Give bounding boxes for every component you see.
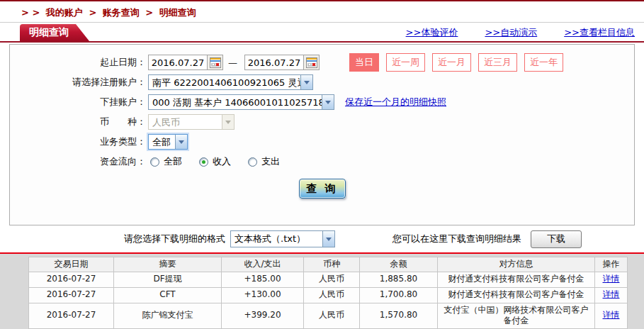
query-button[interactable]: 查 询 xyxy=(299,179,346,199)
col-header-currency: 币种 xyxy=(304,257,360,272)
cell-counterparty: 财付通支付科技有限公司客户备付金 xyxy=(438,287,595,303)
sub-account-select[interactable]: 000 活期 基本户 1406600101102571848 xyxy=(148,94,334,110)
cell-counterparty: 财付通支付科技有限公司客户备付金 xyxy=(438,272,595,287)
chevron-down-icon xyxy=(175,135,187,149)
register-account-value: 南平 6222001406100921065 灵通卡 xyxy=(149,75,300,89)
quick-range-quarter[interactable]: 近三月 xyxy=(478,53,517,72)
business-type-row: 业务类型： 全部 xyxy=(10,133,634,150)
breadcrumb: > > 我的账户 > 账务查询 > 明细查询 xyxy=(0,1,644,23)
header-links: >>体验评价 >>自动演示 >>查看栏目信息 xyxy=(406,26,635,39)
table-row: 2016-07-27 CFT +130.00 人民币 1,700.80 财付通支… xyxy=(29,287,628,303)
business-type-value: 全部 xyxy=(149,135,175,149)
cell-balance: 1,700.80 xyxy=(360,287,438,303)
radio-flow-income-label[interactable]: 收入 xyxy=(213,155,231,168)
breadcrumb-separator: > xyxy=(89,7,96,18)
cell-summary: CFT xyxy=(114,287,222,303)
col-header-amount: 收入/支出 xyxy=(222,257,304,272)
date-from-calendar-button[interactable] xyxy=(207,55,222,69)
table-row: 2016-07-27 DF提现 +185.00 人民币 1,885.80 财付通… xyxy=(29,272,628,287)
business-type-select[interactable]: 全部 xyxy=(148,134,188,150)
date-from-value: 2016.07.27 xyxy=(149,57,207,68)
date-to-calendar-button[interactable] xyxy=(303,55,319,69)
cell-date: 2016-07-27 xyxy=(29,272,114,287)
radio-flow-expense[interactable] xyxy=(248,157,257,167)
col-header-balance: 余额 xyxy=(360,257,438,272)
breadcrumb-item-account-query[interactable]: 账务查询 xyxy=(103,7,140,18)
cell-operation: 详情 xyxy=(595,287,628,303)
cell-summary: 陈广锦支付宝 xyxy=(114,303,222,328)
radio-flow-all-label[interactable]: 全部 xyxy=(164,155,182,168)
breadcrumb-prefix: > > xyxy=(21,7,40,18)
detail-link[interactable]: 详情 xyxy=(603,274,620,284)
date-from-input[interactable]: 2016.07.27 xyxy=(148,55,223,70)
cell-date: 2016-07-27 xyxy=(29,303,114,328)
cell-balance: 1,885.80 xyxy=(360,272,438,287)
radio-flow-expense-label[interactable]: 支出 xyxy=(261,155,280,168)
download-row: 请您选择下载明细的格式 文本格式（.txt） 您可以在这里下载查询明细结果 下载 xyxy=(0,225,644,252)
col-header-date: 交易日期 xyxy=(29,257,114,272)
breadcrumb-separator: > xyxy=(145,7,153,18)
col-header-summary: 摘要 xyxy=(114,257,222,272)
page: > > 我的账户 > 账务查询 > 明细查询 明细查询 >>体验评价 >>自动演… xyxy=(0,0,644,329)
register-account-select[interactable]: 南平 6222001406100921065 灵通卡 xyxy=(148,74,313,90)
calendar-icon xyxy=(306,57,317,68)
register-account-row: 请选择注册账户： 南平 6222001406100921065 灵通卡 xyxy=(10,74,634,91)
col-header-counterparty: 对方信息 xyxy=(438,257,595,272)
cell-amount: +399.20 xyxy=(222,303,304,328)
table-row: 2016-07-27 陈广锦支付宝 +399.20 人民币 1,570.80 支… xyxy=(29,303,628,328)
download-format-select[interactable]: 文本格式（.txt） xyxy=(230,230,335,247)
quick-range-buttons: 当日 近一周 近一月 近三月 近一年 xyxy=(349,53,563,72)
sub-account-label: 下挂账户： xyxy=(10,96,146,108)
chevron-down-icon xyxy=(322,95,334,109)
fund-flow-label: 资金流向： xyxy=(10,155,146,168)
quick-range-week[interactable]: 近一周 xyxy=(386,53,425,72)
date-range-dash: — xyxy=(228,57,237,68)
tab-detail-query[interactable]: 明细查询 xyxy=(20,24,89,41)
cell-counterparty: 支付宝（中国）网络技术有限公司客户备付金 xyxy=(438,303,595,328)
fund-flow-row: 资金流向： 全部 收入 支出 xyxy=(10,153,634,170)
currency-value: 人民币 xyxy=(149,115,222,129)
currency-row: 币 种： 人民币 xyxy=(10,113,634,130)
results-table: 交易日期 摘要 收入/支出 币种 余额 对方信息 操作 2016-07-27 D… xyxy=(28,257,628,329)
radio-flow-all[interactable] xyxy=(150,157,159,167)
quick-range-year[interactable]: 近一年 xyxy=(524,53,563,72)
cell-amount: +130.00 xyxy=(222,287,304,303)
date-range-row: 起止日期： 2016.07.27 — 2016.07.27 当日 近一周 近一月… xyxy=(10,54,634,71)
breadcrumb-item-detail-query[interactable]: 明细查询 xyxy=(159,7,196,18)
query-form: 起止日期： 2016.07.27 — 2016.07.27 当日 近一周 近一月… xyxy=(9,44,635,225)
download-format-label: 请您选择下载明细的格式 xyxy=(124,233,225,245)
link-auto-demo[interactable]: >>自动演示 xyxy=(485,26,537,39)
link-view-column-info[interactable]: >>查看栏目信息 xyxy=(564,26,635,39)
chevron-down-icon xyxy=(300,75,312,89)
currency-label: 币 种： xyxy=(10,116,146,128)
detail-link[interactable]: 详情 xyxy=(603,310,620,320)
breadcrumb-item-my-account[interactable]: 我的账户 xyxy=(46,7,83,18)
sub-account-value: 000 活期 基本户 1406600101102571848 xyxy=(149,95,322,109)
cell-summary: DF提现 xyxy=(114,272,222,287)
table-header-row: 交易日期 摘要 收入/支出 币种 余额 对方信息 操作 xyxy=(29,257,628,272)
chevron-down-icon xyxy=(222,115,234,129)
register-account-label: 请选择注册账户： xyxy=(10,76,146,89)
radio-flow-income[interactable] xyxy=(199,157,208,167)
date-range-label: 起止日期： xyxy=(10,56,146,69)
results-section: 交易日期 摘要 收入/支出 币种 余额 对方信息 操作 2016-07-27 D… xyxy=(0,254,644,329)
quick-range-month[interactable]: 近一月 xyxy=(432,53,471,72)
calendar-icon xyxy=(210,57,221,68)
cell-currency: 人民币 xyxy=(304,303,360,328)
tab-row: 明细查询 >>体验评价 >>自动演示 >>查看栏目信息 xyxy=(0,23,644,41)
date-to-input[interactable]: 2016.07.27 xyxy=(244,55,320,70)
chevron-down-icon xyxy=(322,231,334,247)
link-experience-review[interactable]: >>体验评价 xyxy=(406,26,458,39)
sub-account-row: 下挂账户： 000 活期 基本户 1406600101102571848 保存近… xyxy=(10,94,634,111)
cell-operation: 详情 xyxy=(595,272,628,287)
cell-date: 2016-07-27 xyxy=(29,287,114,303)
download-format-value: 文本格式（.txt） xyxy=(231,231,322,247)
fund-flow-options: 全部 收入 支出 xyxy=(150,155,297,168)
header-divider xyxy=(0,41,644,43)
quick-range-today[interactable]: 当日 xyxy=(349,53,379,72)
cell-balance: 1,570.80 xyxy=(360,303,438,328)
save-snapshot-link[interactable]: 保存近一个月的明细快照 xyxy=(345,96,446,108)
cell-currency: 人民币 xyxy=(304,272,360,287)
detail-link[interactable]: 详情 xyxy=(603,289,620,299)
download-button[interactable]: 下载 xyxy=(531,230,582,248)
